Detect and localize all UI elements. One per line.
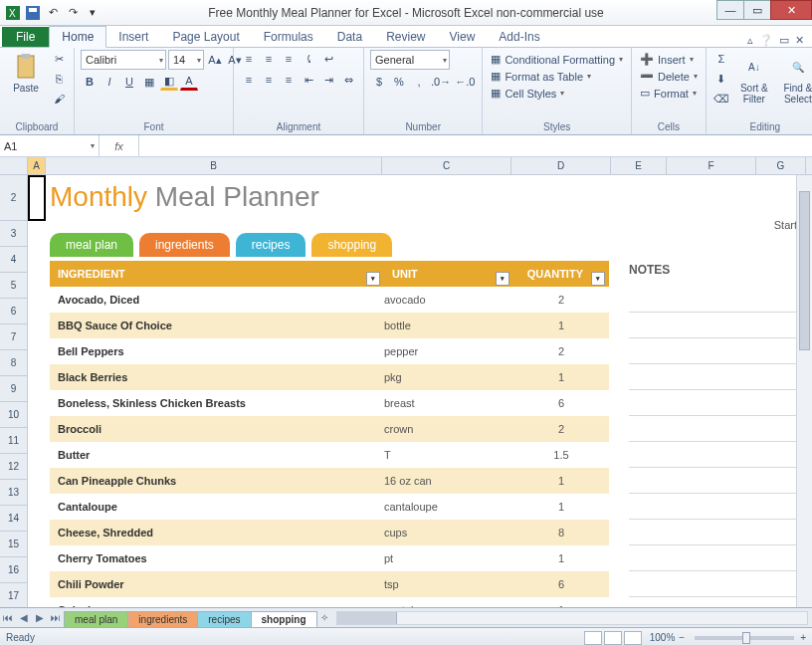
- notes-line[interactable]: [629, 520, 806, 545]
- row-header[interactable]: 17: [0, 583, 27, 607]
- bold-button[interactable]: B: [81, 73, 99, 91]
- conditional-formatting-button[interactable]: ▦Conditional Formatting: [489, 52, 625, 67]
- column-header[interactable]: E: [611, 157, 667, 174]
- row-header[interactable]: 5: [0, 273, 27, 299]
- underline-button[interactable]: U: [120, 73, 138, 91]
- sheet-tab-ingredients[interactable]: ingredients: [127, 611, 198, 627]
- minimize-button[interactable]: —: [716, 0, 744, 20]
- align-bottom-icon[interactable]: ≡: [280, 50, 298, 68]
- row-header[interactable]: 8: [0, 350, 27, 376]
- border-icon[interactable]: ▦: [140, 73, 158, 91]
- scroll-thumb[interactable]: [337, 612, 397, 624]
- filter-dropdown-icon[interactable]: ▾: [366, 272, 380, 286]
- help-icon[interactable]: ❔: [759, 34, 773, 47]
- tab-home[interactable]: Home: [49, 26, 106, 48]
- fx-icon[interactable]: fx: [100, 135, 139, 156]
- table-row[interactable]: Cheese, Shreddedcups8: [50, 520, 609, 545]
- number-format-combo[interactable]: General: [370, 50, 450, 70]
- orientation-icon[interactable]: ⤹: [300, 50, 317, 68]
- align-right-icon[interactable]: ≡: [280, 71, 298, 89]
- sheet-tab-shopping[interactable]: shopping: [251, 611, 317, 627]
- table-row[interactable]: Boneless, Skinless Chicken Breastsbreast…: [50, 390, 609, 416]
- filter-dropdown-icon[interactable]: ▾: [496, 272, 509, 286]
- notes-line[interactable]: [629, 364, 806, 390]
- column-header[interactable]: B: [46, 157, 382, 174]
- header-unit[interactable]: UNIT▾: [384, 268, 513, 280]
- maximize-button[interactable]: ▭: [743, 0, 771, 20]
- row-header[interactable]: 13: [0, 480, 27, 506]
- zoom-knob[interactable]: [742, 632, 750, 644]
- tab-addins[interactable]: Add-Ins: [487, 27, 551, 47]
- zoom-out-icon[interactable]: −: [679, 632, 685, 643]
- format-painter-icon[interactable]: 🖌: [50, 90, 68, 108]
- notes-line[interactable]: [629, 313, 806, 338]
- column-header[interactable]: A: [28, 157, 46, 174]
- tab-nav-next-icon[interactable]: ▶: [32, 612, 48, 623]
- file-tab[interactable]: File: [2, 27, 49, 47]
- row-header[interactable]: 2: [0, 175, 27, 221]
- header-ingredient[interactable]: INGREDIENT▾: [50, 268, 384, 280]
- formula-input[interactable]: [139, 135, 812, 156]
- horizontal-scrollbar[interactable]: [336, 611, 808, 625]
- workbook-close-icon[interactable]: ✕: [795, 34, 804, 47]
- table-row[interactable]: Bell Pepperspepper2: [50, 338, 609, 364]
- row-header[interactable]: 14: [0, 506, 27, 532]
- row-header[interactable]: 16: [0, 557, 27, 583]
- sheet-tab-recipes[interactable]: recipes: [197, 611, 251, 627]
- row-header[interactable]: 7: [0, 324, 27, 350]
- planner-tab-shopping[interactable]: shopping: [311, 233, 392, 257]
- notes-line[interactable]: [629, 545, 806, 571]
- view-page-break-icon[interactable]: [624, 631, 642, 645]
- name-box[interactable]: A1: [0, 135, 100, 156]
- window-restore-icon[interactable]: ▭: [779, 34, 789, 47]
- insert-cells-button[interactable]: ➕Insert: [638, 52, 696, 67]
- row-header[interactable]: 4: [0, 247, 27, 273]
- column-header[interactable]: F: [667, 157, 756, 174]
- table-row[interactable]: Can Pineapple Chunks16 oz can1: [50, 468, 609, 494]
- comma-icon[interactable]: ,: [410, 73, 428, 91]
- align-middle-icon[interactable]: ≡: [260, 50, 278, 68]
- align-top-icon[interactable]: ≡: [240, 50, 258, 68]
- view-page-layout-icon[interactable]: [604, 631, 622, 645]
- table-row[interactable]: Black Berriespkg1: [50, 364, 609, 390]
- tab-nav-first-icon[interactable]: ⏮: [0, 612, 16, 623]
- font-name-combo[interactable]: Calibri: [81, 50, 166, 70]
- zoom-slider[interactable]: [695, 636, 794, 640]
- notes-line[interactable]: [629, 442, 806, 468]
- align-left-icon[interactable]: ≡: [240, 71, 258, 89]
- row-header[interactable]: 10: [0, 402, 27, 428]
- notes-line[interactable]: [629, 390, 806, 416]
- column-header[interactable]: C: [382, 157, 511, 174]
- table-row[interactable]: Chili Powdertsp6: [50, 571, 609, 597]
- table-row[interactable]: Broccolicrown2: [50, 416, 609, 442]
- notes-line[interactable]: [629, 468, 806, 494]
- italic-button[interactable]: I: [101, 73, 118, 91]
- table-row[interactable]: Avocado, Dicedavocado2: [50, 287, 609, 313]
- currency-icon[interactable]: $: [370, 73, 388, 91]
- increase-decimal-icon[interactable]: .0→: [430, 73, 452, 91]
- new-sheet-icon[interactable]: ✧: [316, 612, 332, 623]
- header-quantity[interactable]: QUANTITY▾: [513, 268, 609, 280]
- fill-color-icon[interactable]: ◧: [160, 73, 178, 91]
- planner-tab-ingredients[interactable]: ingredients: [139, 233, 230, 257]
- format-cells-button[interactable]: ▭Format: [638, 86, 699, 101]
- align-center-icon[interactable]: ≡: [260, 71, 278, 89]
- autosum-icon[interactable]: Σ: [712, 50, 730, 68]
- excel-icon[interactable]: X: [4, 4, 22, 22]
- cells-area[interactable]: Monthly Meal Planner Start D meal plan i…: [28, 175, 812, 607]
- row-header[interactable]: 3: [0, 221, 27, 247]
- row-header[interactable]: 12: [0, 454, 27, 480]
- tab-nav-prev-icon[interactable]: ◀: [16, 612, 32, 623]
- notes-line[interactable]: [629, 597, 806, 607]
- tab-review[interactable]: Review: [374, 27, 437, 47]
- planner-tab-meal-plan[interactable]: meal plan: [50, 233, 133, 257]
- tab-page-layout[interactable]: Page Layout: [160, 27, 251, 47]
- decrease-indent-icon[interactable]: ⇤: [300, 71, 317, 89]
- percent-icon[interactable]: %: [390, 73, 408, 91]
- zoom-in-icon[interactable]: +: [800, 632, 806, 643]
- increase-indent-icon[interactable]: ⇥: [319, 71, 337, 89]
- font-color-icon[interactable]: A: [180, 73, 198, 91]
- row-header[interactable]: 11: [0, 428, 27, 454]
- notes-line[interactable]: [629, 494, 806, 520]
- cut-icon[interactable]: ✂: [50, 50, 68, 68]
